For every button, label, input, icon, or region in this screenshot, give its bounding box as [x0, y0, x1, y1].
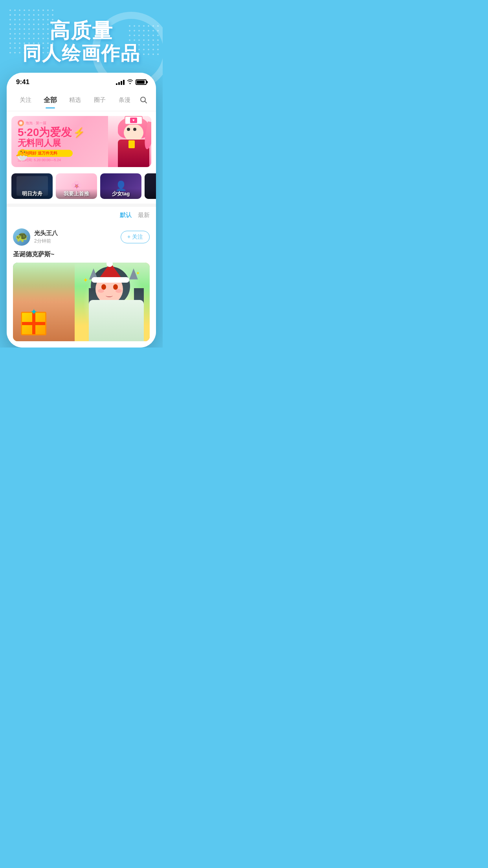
- category-label-3: 王: [145, 189, 156, 199]
- tab-featured[interactable]: 精选: [62, 93, 87, 107]
- section-divider: [7, 204, 156, 207]
- post-user-info: 🐢 光头王八 2分钟前: [13, 228, 58, 246]
- post-card: 🐢 光头王八 2分钟前 + 关注 圣诞德克萨斯~: [7, 224, 156, 348]
- sort-latest[interactable]: 最新: [138, 211, 150, 219]
- post-header: 🐢 光头王八 2分钟前 + 关注: [13, 224, 150, 249]
- nav-tabs: 关注 全部 精选 圈子 条漫: [7, 89, 156, 111]
- svg-line-1: [145, 101, 147, 103]
- user-name: 光头王八: [34, 230, 58, 237]
- phone-mockup: 9:41 关注 全部 精选 圈子 条漫: [7, 73, 156, 348]
- banner-activity-time: 活动时间: 5.20 00:00—5.24: [18, 158, 108, 163]
- user-meta: 光头王八 2分钟前: [34, 230, 58, 245]
- category-card-0[interactable]: 明日方舟: [11, 173, 53, 199]
- lightning-icon: ⚡: [73, 127, 85, 138]
- status-bar: 9:41: [7, 73, 156, 89]
- battery-icon: [136, 79, 147, 85]
- category-label-2: 少女tag: [100, 189, 141, 199]
- category-card-1[interactable]: 🌸 我要上首推: [56, 173, 97, 199]
- wifi-icon: [127, 79, 133, 85]
- promotion-banner[interactable]: 泡泡 · 第一届 5·20为爱发 ⚡ 无料同人展 安利同好 送万件无料 活动时间…: [11, 116, 151, 167]
- tab-all[interactable]: 全部: [38, 92, 62, 108]
- status-time: 9:41: [16, 78, 29, 86]
- post-title: 圣诞德克萨斯~: [13, 249, 150, 263]
- svg-point-2: [19, 121, 22, 125]
- follow-button[interactable]: + 关注: [121, 231, 150, 243]
- banner-logo-icon: [18, 120, 24, 126]
- header-section: 高质量 同人绘画作品: [15, 0, 148, 73]
- chick-mascot: 🐣: [15, 148, 29, 161]
- user-time: 2分钟前: [34, 238, 58, 245]
- category-label-0: 明日方舟: [11, 189, 53, 199]
- banner-main-text: 5·20为爱发: [18, 127, 72, 138]
- header-line2: 同人绘画作品: [22, 42, 140, 65]
- category-card-3[interactable]: ① 王: [145, 173, 156, 199]
- sort-bar: 默认 最新: [7, 207, 156, 224]
- banner-character: ♥: [108, 116, 151, 167]
- category-row: 明日方舟 🌸 我要上首推 👤 少女tag ① 王: [7, 170, 156, 204]
- category-label-1: 我要上首推: [56, 189, 97, 199]
- banner-area: 泡泡 · 第一届 5·20为爱发 ⚡ 无料同人展 安利同好 送万件无料 活动时间…: [7, 111, 156, 170]
- banner-sub-text: 无料同人展: [18, 138, 108, 148]
- category-card-2[interactable]: 👤 少女tag: [100, 173, 141, 199]
- signal-icon: [116, 79, 125, 85]
- sort-default[interactable]: 默认: [120, 211, 132, 219]
- tab-comics[interactable]: 条漫: [112, 93, 137, 107]
- search-button[interactable]: [137, 94, 150, 106]
- post-image[interactable]: ✦: [13, 263, 150, 341]
- avatar[interactable]: 🐢: [13, 228, 30, 246]
- tab-follow[interactable]: 关注: [13, 93, 38, 107]
- avatar-emoji: 🐢: [15, 231, 28, 243]
- banner-logo-text: 泡泡 · 第一届: [26, 121, 46, 126]
- tab-circle[interactable]: 圈子: [88, 93, 112, 107]
- status-icons: [116, 79, 147, 85]
- header-line1: 高质量: [22, 20, 140, 42]
